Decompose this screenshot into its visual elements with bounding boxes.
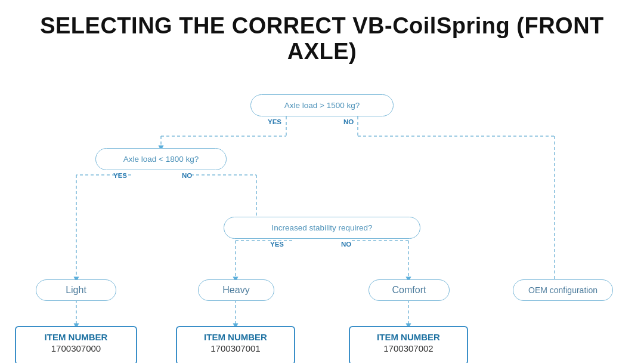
result-heavy: Heavy bbox=[198, 279, 274, 301]
item-box-2: ITEM NUMBER 1700307002 bbox=[349, 326, 468, 363]
decision-d1: Axle load > 1500 kg? bbox=[250, 94, 394, 116]
d3-no-label: NO bbox=[341, 241, 351, 248]
item-box-0: ITEM NUMBER 1700307000 bbox=[15, 326, 137, 363]
diagram-area: Axle load > 1500 kg? YES NO Axle load < … bbox=[0, 76, 644, 363]
d1-yes-label: YES bbox=[268, 118, 281, 125]
result-oem: OEM configuration bbox=[513, 279, 613, 301]
d2-yes-label: YES bbox=[113, 172, 127, 179]
result-comfort: Comfort bbox=[369, 279, 450, 301]
decision-d2: Axle load < 1800 kg? bbox=[95, 148, 227, 170]
d3-yes-label: YES bbox=[270, 241, 284, 248]
decision-d3: Increased stability required? bbox=[224, 217, 420, 239]
page-title: SELECTING THE CORRECT VB-CoilSpring (FRO… bbox=[0, 0, 644, 70]
result-light: Light bbox=[36, 279, 116, 301]
item-box-1: ITEM NUMBER 1700307001 bbox=[176, 326, 295, 363]
d2-no-label: NO bbox=[182, 172, 192, 179]
d1-no-label: NO bbox=[343, 118, 354, 125]
